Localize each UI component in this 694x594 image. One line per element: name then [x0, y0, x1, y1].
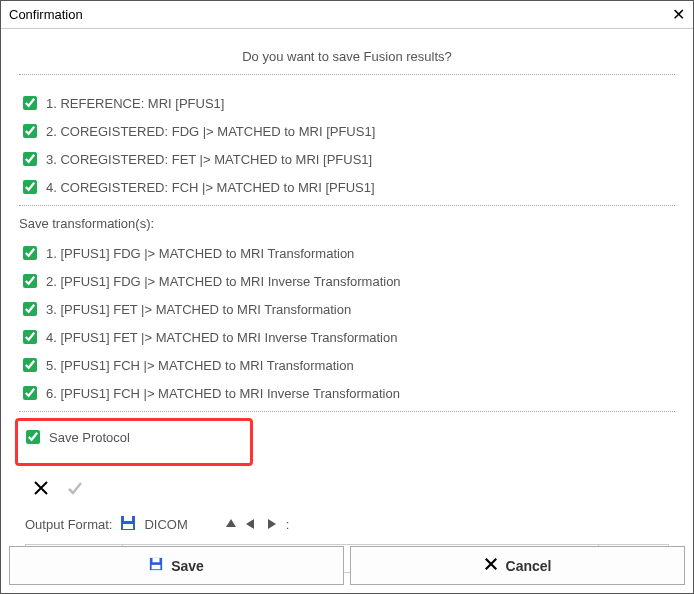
dialog-buttons: Save Cancel — [9, 546, 685, 585]
transform-checkbox-3[interactable] — [23, 302, 37, 316]
result-row: 4. COREGISTERED: FCH |> MATCHED to MRI [… — [19, 173, 675, 201]
output-format-value[interactable]: DICOM — [144, 517, 187, 532]
save-button[interactable]: Save — [9, 546, 344, 585]
cancel-x-icon — [484, 557, 498, 574]
result-row: 3. COREGISTERED: FET |> MATCHED to MRI [… — [19, 145, 675, 173]
result-checkbox-2[interactable] — [23, 124, 37, 138]
result-checkbox-3[interactable] — [23, 152, 37, 166]
cancel-button[interactable]: Cancel — [350, 546, 685, 585]
transform-checkbox-4[interactable] — [23, 330, 37, 344]
disk-icon — [149, 557, 163, 574]
cancel-icon[interactable] — [33, 480, 49, 499]
format-nav: : — [226, 517, 290, 532]
transform-label: 6. [PFUS1] FCH |> MATCHED to MRI Inverse… — [46, 386, 400, 401]
transform-row: 6. [PFUS1] FCH |> MATCHED to MRI Inverse… — [19, 379, 675, 407]
save-protocol-checkbox[interactable] — [26, 430, 40, 444]
transform-checkbox-5[interactable] — [23, 358, 37, 372]
transform-label: 2. [PFUS1] FDG |> MATCHED to MRI Inverse… — [46, 274, 401, 289]
confirm-icon[interactable] — [67, 480, 83, 499]
transform-label: 3. [PFUS1] FET |> MATCHED to MRI Transfo… — [46, 302, 351, 317]
result-label: 2. COREGISTERED: FDG |> MATCHED to MRI [… — [46, 124, 375, 139]
result-label: 4. COREGISTERED: FCH |> MATCHED to MRI [… — [46, 180, 375, 195]
transform-checkbox-1[interactable] — [23, 246, 37, 260]
result-row: 1. REFERENCE: MRI [PFUS1] — [19, 89, 675, 117]
disk-icon — [120, 515, 136, 534]
result-checkbox-1[interactable] — [23, 96, 37, 110]
nav-up-icon[interactable] — [226, 517, 236, 532]
output-format-label: Output Format: — [25, 517, 112, 532]
transform-label: 5. [PFUS1] FCH |> MATCHED to MRI Transfo… — [46, 358, 354, 373]
svg-marker-3 — [226, 519, 236, 527]
window-title: Confirmation — [9, 7, 672, 22]
nav-colon: : — [286, 517, 290, 532]
transform-row: 4. [PFUS1] FET |> MATCHED to MRI Inverse… — [19, 323, 675, 351]
cancel-button-label: Cancel — [506, 558, 552, 574]
result-label: 1. REFERENCE: MRI [PFUS1] — [46, 96, 224, 111]
svg-rect-10 — [152, 565, 161, 569]
prompt-text: Do you want to save Fusion results? — [19, 39, 675, 83]
transform-label: 4. [PFUS1] FET |> MATCHED to MRI Inverse… — [46, 330, 397, 345]
result-checkbox-4[interactable] — [23, 180, 37, 194]
save-button-label: Save — [171, 558, 204, 574]
transform-checkbox-2[interactable] — [23, 274, 37, 288]
save-protocol-row: Save Protocol — [22, 425, 246, 449]
close-icon[interactable]: ✕ — [672, 5, 685, 24]
nav-prev-icon[interactable] — [246, 517, 256, 532]
save-protocol-label: Save Protocol — [49, 430, 130, 445]
transform-heading: Save transformation(s): — [19, 210, 675, 233]
results-section: 1. REFERENCE: MRI [PFUS1] 2. COREGISTERE… — [19, 83, 675, 206]
transform-checkbox-6[interactable] — [23, 386, 37, 400]
result-label: 3. COREGISTERED: FET |> MATCHED to MRI [… — [46, 152, 372, 167]
svg-rect-9 — [153, 558, 160, 562]
nav-next-icon[interactable] — [266, 517, 276, 532]
transform-row: 3. [PFUS1] FET |> MATCHED to MRI Transfo… — [19, 295, 675, 323]
svg-marker-4 — [246, 519, 254, 529]
transform-label: 1. [PFUS1] FDG |> MATCHED to MRI Transfo… — [46, 246, 354, 261]
result-row: 2. COREGISTERED: FDG |> MATCHED to MRI [… — [19, 117, 675, 145]
svg-marker-5 — [268, 519, 276, 529]
svg-rect-2 — [123, 524, 133, 529]
titlebar: Confirmation ✕ — [1, 1, 693, 29]
protocol-action-row — [19, 472, 675, 509]
svg-rect-1 — [124, 516, 132, 521]
confirmation-dialog: Confirmation ✕ Do you want to save Fusio… — [0, 0, 694, 594]
save-protocol-highlight: Save Protocol — [15, 418, 253, 466]
transform-row: 1. [PFUS1] FDG |> MATCHED to MRI Transfo… — [19, 239, 675, 267]
transform-row: 5. [PFUS1] FCH |> MATCHED to MRI Transfo… — [19, 351, 675, 379]
transform-row: 2. [PFUS1] FDG |> MATCHED to MRI Inverse… — [19, 267, 675, 295]
transforms-section: 1. [PFUS1] FDG |> MATCHED to MRI Transfo… — [19, 233, 675, 412]
output-format-row: Output Format: DICOM : — [19, 509, 675, 544]
